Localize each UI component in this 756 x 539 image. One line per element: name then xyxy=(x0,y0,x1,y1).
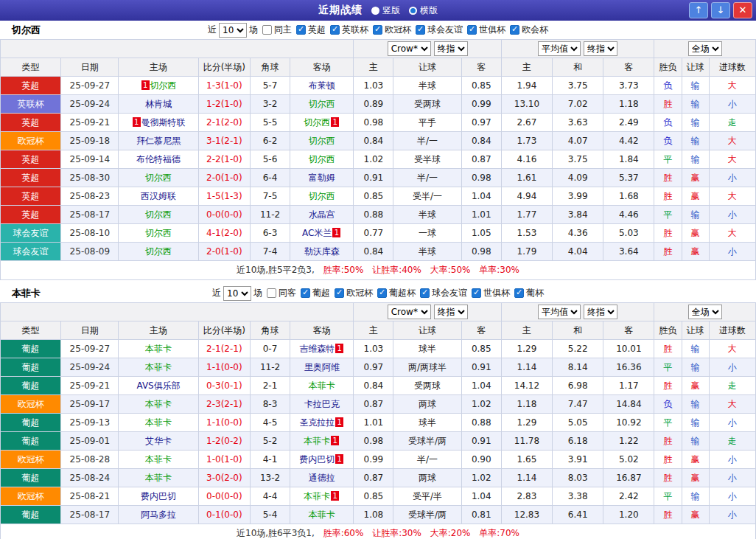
away-team-link[interactable]: 本菲卡 xyxy=(304,491,330,501)
home-team-link[interactable]: 本菲卡 xyxy=(145,417,172,428)
checkbox-icon xyxy=(510,25,519,35)
home-team-link[interactable]: 本菲卡 xyxy=(145,362,172,372)
home-team-link[interactable]: 西汉姆联 xyxy=(141,191,176,201)
league-filter-checkbox[interactable]: 球会友谊 xyxy=(416,24,463,36)
away-team-link[interactable]: 水晶宫 xyxy=(309,209,335,220)
home-team-cell: 拜仁慕尼黑 xyxy=(119,132,198,150)
league-filter-checkbox[interactable]: 欧冠杯 xyxy=(335,287,373,299)
league-filter-checkbox[interactable]: 欧冠杯 xyxy=(373,24,411,36)
summary-over-rate: 大率:20% xyxy=(430,528,471,538)
away-team-link[interactable]: 富勒姆 xyxy=(309,173,335,183)
recent-count-select[interactable]: 10 xyxy=(223,286,251,301)
layout-radio-horizontal[interactable]: 横版 xyxy=(409,4,438,17)
league-filter-checkbox[interactable]: 葡杯 xyxy=(514,287,544,299)
handicap-result: 赢 xyxy=(682,224,709,243)
match-date: 25-08-09 xyxy=(61,243,119,261)
scroll-down-button[interactable]: ↓ xyxy=(711,2,730,18)
home-team-link[interactable]: 拜仁慕尼黑 xyxy=(136,136,181,146)
match-scope-select[interactable]: 全场 xyxy=(688,41,722,56)
away-team-link[interactable]: 布莱顿 xyxy=(309,80,335,91)
league-filter-checkbox[interactable]: 葡超杯 xyxy=(377,287,416,299)
away-handicap-odds: 0.98 xyxy=(461,169,501,187)
league-filter-checkbox[interactable]: 世俱杯 xyxy=(472,287,510,299)
match-date: 25-08-21 xyxy=(61,487,119,506)
home-team-link[interactable]: 艾华卡 xyxy=(145,436,172,446)
home-team-link[interactable]: 曼彻斯特联 xyxy=(141,117,186,128)
close-button[interactable]: ✕ xyxy=(733,2,752,18)
away-handicap-odds: 1.04 xyxy=(461,487,501,506)
league-filter-checkbox[interactable]: 英联杯 xyxy=(330,24,368,36)
scroll-up-button[interactable]: ↑ xyxy=(689,2,708,18)
home-team-link[interactable]: 本菲卡 xyxy=(145,473,172,483)
average-odds-select[interactable]: 平均值 xyxy=(538,41,581,56)
home-team-link[interactable]: 费内巴切 xyxy=(141,491,176,501)
home-team-link[interactable]: 切尔西 xyxy=(145,246,172,257)
same-venue-checkbox[interactable]: 同客 xyxy=(267,287,296,299)
away-team-link[interactable]: 勒沃库森 xyxy=(304,246,340,257)
league-filter-checkbox[interactable]: 世俱杯 xyxy=(467,24,505,36)
league-filter-checkbox[interactable]: 欧会杯 xyxy=(510,24,548,36)
home-team-link[interactable]: 布伦特福德 xyxy=(136,154,181,164)
away-team-link[interactable]: 本菲卡 xyxy=(309,510,335,520)
corner-score: 4-5 xyxy=(250,414,290,432)
avg-away-odds: 1.68 xyxy=(603,187,654,206)
away-team-link[interactable]: 费内巴切 xyxy=(299,454,335,465)
column-header: 日期 xyxy=(61,321,119,340)
layout-radio-vertical[interactable]: 竖版 xyxy=(371,4,400,17)
away-team-link[interactable]: 切尔西 xyxy=(309,154,335,164)
home-team-link[interactable]: 阿马多拉 xyxy=(141,510,176,520)
bookmaker-select[interactable]: Crow* xyxy=(388,305,431,319)
home-team-link[interactable]: 切尔西 xyxy=(150,80,177,91)
home-team-link[interactable]: 本菲卡 xyxy=(145,344,172,354)
home-team-link[interactable]: 本菲卡 xyxy=(145,399,172,409)
handicap-line: 两球 xyxy=(393,469,461,487)
away-team-link[interactable]: 卡拉巴克 xyxy=(304,399,340,409)
away-team-cell: 切尔西 xyxy=(290,187,354,206)
home-team-cell: 切尔西 xyxy=(119,169,198,187)
home-team-link[interactable]: 林肯城 xyxy=(145,99,172,109)
same-venue-checkbox[interactable]: 同主 xyxy=(262,24,292,36)
away-team-link[interactable]: 里奥阿维 xyxy=(304,362,340,372)
home-team-link[interactable]: 切尔西 xyxy=(145,209,172,220)
avg-draw-odds: 5.05 xyxy=(553,414,603,432)
home-team-link[interactable]: 本菲卡 xyxy=(145,454,172,465)
away-team-link[interactable]: 切尔西 xyxy=(309,191,335,201)
league-badge: 英超 xyxy=(1,114,61,132)
away-team-cell: 富勒姆 xyxy=(290,169,354,187)
final-odds-select[interactable]: 终指 xyxy=(434,305,468,319)
average-odds-select[interactable]: 平均值 xyxy=(538,305,581,319)
away-team-link[interactable]: 切尔西 xyxy=(309,99,335,109)
away-team-link[interactable]: 通德拉 xyxy=(309,473,335,483)
match-scope-select[interactable]: 全场 xyxy=(688,305,722,319)
league-badge: 英超 xyxy=(1,77,61,95)
home-team-link[interactable]: 切尔西 xyxy=(145,173,172,183)
avg-home-odds: 4.94 xyxy=(501,187,552,206)
goals-result: 大 xyxy=(709,77,755,95)
away-team-link[interactable]: 切尔西 xyxy=(304,117,330,128)
league-badge: 球会友谊 xyxy=(1,224,61,243)
league-filter-checkbox[interactable]: 英超 xyxy=(296,24,326,36)
games-label: 场 xyxy=(253,287,262,299)
home-team-link[interactable]: AVS俱乐部 xyxy=(136,380,180,391)
league-filter-checkbox[interactable]: 葡超 xyxy=(301,287,330,299)
final-odds-select[interactable]: 终指 xyxy=(434,41,468,56)
bookmaker-select[interactable]: Crow* xyxy=(388,41,431,56)
avg-home-odds: 13.10 xyxy=(501,95,552,114)
league-filter-checkbox[interactable]: 球会友谊 xyxy=(420,287,467,299)
match-row: 英超25-09-271切尔西1-3(1-0)5-7布莱顿1.03半球0.851.… xyxy=(1,77,756,95)
away-team-link[interactable]: AC米兰 xyxy=(302,228,332,238)
final-odds-select[interactable]: 终指 xyxy=(584,305,617,319)
away-handicap-odds: 0.97 xyxy=(461,114,501,132)
recent-count-select[interactable]: 10 xyxy=(219,23,247,38)
away-team-link[interactable]: 本菲卡 xyxy=(309,380,335,391)
away-team-link[interactable]: 吉维森特 xyxy=(299,344,335,354)
final-odds-select[interactable]: 终指 xyxy=(584,41,617,56)
away-team-link[interactable]: 切尔西 xyxy=(309,136,335,146)
checkbox-label: 英联杯 xyxy=(342,24,368,36)
away-handicap-odds: 0.88 xyxy=(461,414,501,432)
away-team-link[interactable]: 本菲卡 xyxy=(304,436,330,446)
away-team-link[interactable]: 圣克拉拉 xyxy=(299,417,335,428)
home-team-link[interactable]: 切尔西 xyxy=(145,228,172,238)
corner-score: 5-6 xyxy=(250,150,290,169)
score: 0-0(0-0) xyxy=(198,206,250,224)
